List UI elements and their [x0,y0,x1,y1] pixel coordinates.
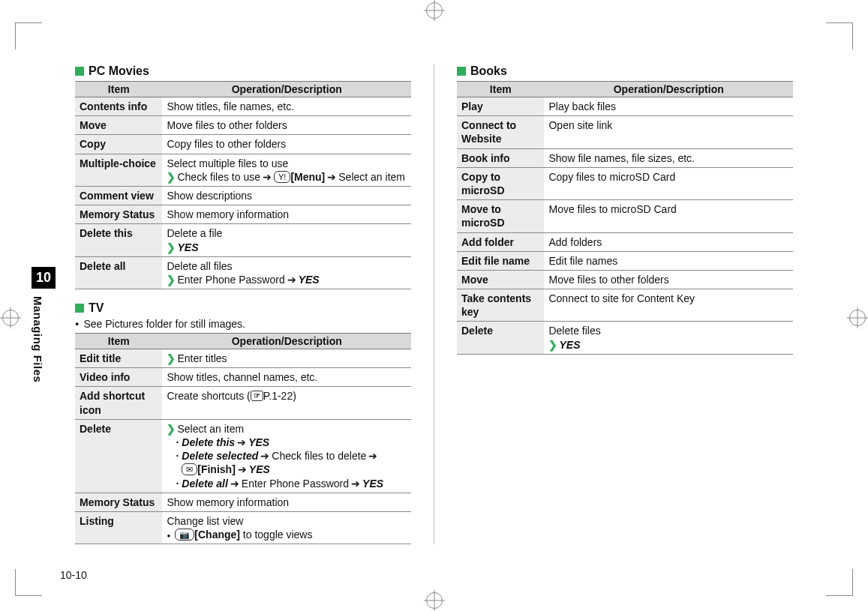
row-item: Play [457,97,544,116]
key-icon: Y! [274,171,290,183]
row-op: Connect to site for Content Key [544,289,793,322]
section-title-books: Books [457,64,793,78]
side-tab: 10 Managing Files [32,267,56,382]
col-op: Operation/Description [162,334,411,349]
reference-icon: ☞ [251,391,263,401]
row-op: Show memory information [162,205,411,224]
row-item: Memory Status [75,205,162,224]
crop-mark [15,569,42,596]
row-item: Connect to Website [457,116,544,148]
registration-mark [424,0,445,21]
row-op: Delete a file❯YES [162,224,411,256]
chevron-icon: ❯ [548,339,557,351]
registration-mark [424,590,445,611]
row-op: Move files to other folders [162,116,411,135]
row-item: Move [457,270,544,289]
row-item: Copy [75,135,162,154]
row-item: Listing [75,511,162,544]
col-item: Item [75,82,162,97]
row-item: Delete [75,419,162,493]
section-label: Books [470,64,507,78]
registration-mark [0,307,21,328]
section-title-tv: TV [75,301,411,315]
row-op: Open site link [544,116,793,148]
crop-mark [15,22,42,49]
col-item: Item [457,82,544,97]
row-op: Show titles, channel names, etc. [162,368,411,387]
row-item: Video info [75,368,162,387]
section-label: PC Movies [89,64,149,78]
row-op: ❯Select an item Delete this➔YES Delete s… [162,419,411,493]
row-op: Select multiple files to use ❯Check file… [162,154,411,186]
row-op: Move files to other folders [544,270,793,289]
col-op: Operation/Description [162,82,411,97]
square-bullet-icon [75,67,84,76]
row-op: Show descriptions [162,186,411,205]
row-item: Contents info [75,97,162,116]
key-icon: ✉ [182,463,197,475]
row-op: Move files to microSD Card [544,200,793,232]
table-books: Item Operation/Description PlayPlay back… [457,81,793,355]
section-note: See Pictures folder for still images. [75,318,411,330]
chevron-icon: ❯ [167,352,176,364]
row-item: Comment view [75,186,162,205]
row-op: Play back files [544,97,793,116]
column-divider [434,64,434,544]
table-pcmovies: Item Operation/Description Contents info… [75,81,411,289]
row-op: Change list view📷[Change] to toggle view… [162,511,411,544]
row-op: ❯Enter titles [162,349,411,368]
col-item: Item [75,334,162,349]
row-item: Edit file name [457,251,544,270]
row-op: Show memory information [162,493,411,511]
row-item: Delete this [75,224,162,256]
left-column: PC Movies Item Operation/Description Con… [75,64,411,544]
row-item: Move [75,116,162,135]
registration-mark [847,307,868,328]
row-item: Take contents key [457,289,544,322]
row-op: Delete all files❯Enter Phone Password➔YE… [162,256,411,289]
page: 10 Managing Files PC Movies Item Operati… [0,0,868,611]
row-item: Delete [457,322,544,354]
chevron-icon: ❯ [167,274,176,286]
chapter-title: Managing Files [32,289,44,382]
section-title-pcmovies: PC Movies [75,64,411,78]
crop-mark [826,569,853,596]
chevron-icon: ❯ [167,241,176,253]
row-op: Show file names, file sizes, etc. [544,148,793,167]
row-item: Move to microSD [457,200,544,232]
chapter-number: 10 [32,267,56,289]
row-item: Copy to microSD [457,167,544,199]
row-op: Create shortcuts (☞P.1-22) [162,387,411,419]
section-label: TV [89,301,104,315]
row-op: Copy files to microSD Card [544,167,793,199]
row-item: Add folder [457,232,544,251]
chevron-icon: ❯ [167,171,176,183]
page-number: 10-10 [60,569,87,581]
row-item: Multiple-choice [75,154,162,186]
key-icon: 📷 [175,529,194,541]
row-op: Edit file names [544,251,793,270]
row-op: Delete files❯YES [544,322,793,354]
row-item: Add shortcut icon [75,387,162,419]
row-op: Add folders [544,232,793,251]
row-op: Show titles, file names, etc. [162,97,411,116]
crop-mark [826,22,853,49]
row-item: Book info [457,148,544,167]
row-op: Copy files to other folders [162,135,411,154]
square-bullet-icon [75,304,84,313]
chevron-icon: ❯ [167,423,176,435]
square-bullet-icon [457,67,466,76]
right-column: Books Item Operation/Description PlayPla… [457,64,793,544]
row-item: Edit title [75,349,162,368]
col-op: Operation/Description [544,82,793,97]
row-item: Delete all [75,256,162,289]
table-tv: Item Operation/Description Edit title ❯E… [75,333,411,544]
row-item: Memory Status [75,493,162,511]
